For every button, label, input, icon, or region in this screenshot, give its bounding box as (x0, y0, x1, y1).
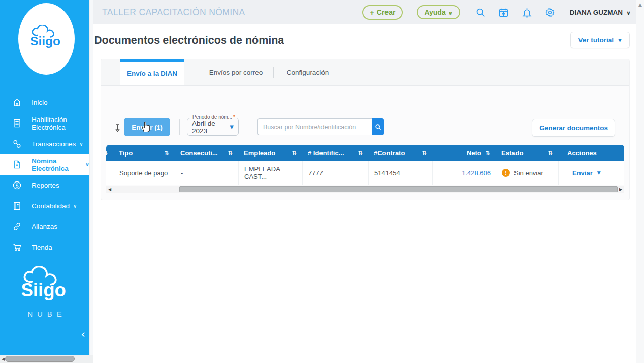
cell-tipo: Soporte de pago (114, 161, 175, 185)
sidebar-horizontal-scrollbar[interactable]: ◀ (0, 355, 93, 363)
gear-icon[interactable] (545, 7, 555, 18)
download-arrow-icon (115, 124, 122, 134)
row-send-button[interactable]: Enviar ▼ (564, 169, 601, 177)
scroll-up-icon[interactable]: ▲ (636, 2, 644, 7)
sidebar-item-label: Inicio (32, 99, 48, 106)
tab-envios-por-correo[interactable]: Envíos por correo (199, 59, 273, 85)
sidebar-item-label: Tienda (32, 244, 52, 251)
caret-down-icon: ▼ (230, 124, 234, 130)
bell-icon[interactable] (522, 7, 532, 18)
home-icon (12, 98, 22, 107)
cell-acciones: Enviar ▼ (559, 161, 624, 185)
payroll-documents-panel: Envío a la DIAN Envíos por correo Config… (101, 59, 630, 200)
sidebar-item-nomina-electronica[interactable]: Nómina Electrónica ∨ (0, 154, 89, 175)
generate-documents-button[interactable]: Generar documentos (532, 119, 615, 137)
column-header-identificacion[interactable]: # Identific...⇅ (303, 145, 369, 161)
main-area: TALLER CAPACITACIÓN NÓMINA + Crear Ayuda… (93, 0, 644, 363)
column-label: #Contrato (374, 149, 405, 157)
brand-logo: Siigo (18, 3, 75, 75)
period-selected-value: Abril de 2023 (192, 119, 230, 135)
column-header-neto[interactable]: Neto⇅ (433, 145, 496, 161)
sidebar-item-tienda[interactable]: Tienda (0, 237, 89, 258)
user-menu[interactable]: DIANA GUZMAN ∨ (570, 8, 631, 16)
cell-consecutivo: - (175, 161, 239, 185)
search-icon[interactable] (475, 7, 486, 18)
create-button[interactable]: + Crear (362, 5, 403, 20)
collapse-sidebar-icon[interactable]: ‹ (81, 329, 85, 340)
search-input[interactable] (257, 118, 372, 135)
cell-identificacion: 7777 (303, 161, 369, 185)
scroll-left-icon[interactable]: ◀ (106, 187, 113, 192)
column-label: # Identific... (308, 149, 344, 157)
column-label: Consecuti... (180, 149, 218, 157)
sidebar-item-label: Contabilidad (32, 202, 70, 210)
chevron-down-icon: ∨ (79, 141, 83, 147)
send-button[interactable]: Enviar (1) (124, 118, 170, 136)
view-tutorial-label: Ver tutorial (578, 36, 614, 44)
warning-icon: ! (502, 169, 510, 177)
documents-table: ⇅ Tipo⇅ Consecuti...⇅ Empleado⇅ # Identi… (106, 145, 624, 185)
scroll-right-icon[interactable]: ▶ (617, 187, 624, 192)
sidebar-item-label: Transacciones (32, 140, 76, 148)
help-button[interactable]: Ayuda ∨ (417, 5, 460, 19)
column-header-acciones[interactable]: Acciones (559, 145, 624, 161)
column-header-contrato[interactable]: #Contrato⇅ (369, 145, 433, 161)
scrollbar-thumb[interactable] (179, 186, 618, 192)
column-header-tipo[interactable]: Tipo⇅ (114, 145, 175, 161)
sort-icon[interactable]: ⇅ (548, 150, 553, 156)
sidebar-item-contabilidad[interactable]: Contabilidad ∨ (0, 196, 89, 216)
tab-envio-a-la-dian[interactable]: Envío a la DIAN (120, 59, 184, 85)
sort-icon[interactable]: ⇅ (106, 150, 108, 156)
search-icon (375, 124, 381, 130)
divider (179, 119, 180, 135)
column-header-consecutivo[interactable]: Consecuti...⇅ (175, 145, 239, 161)
sort-icon[interactable]: ⇅ (165, 150, 169, 156)
column-header-empleado[interactable]: Empleado⇅ (239, 145, 303, 161)
sort-icon[interactable]: ⇅ (228, 150, 233, 156)
payroll-file-icon (12, 160, 22, 169)
coin-dollar-icon (12, 180, 22, 190)
divider (563, 5, 563, 19)
scrollbar-thumb[interactable] (5, 356, 75, 362)
sidebar-item-habilitacion-electronica[interactable]: Habilitación Electrónica (0, 113, 89, 134)
search-submit-button[interactable] (372, 118, 384, 135)
period-select-label: Periodo de nóm...* (191, 114, 237, 120)
view-tutorial-button[interactable]: Ver tutorial ▼ (570, 32, 630, 48)
column-label: Empleado (244, 149, 275, 157)
clipped-column: ⇅ (106, 145, 114, 161)
create-button-label: Crear (377, 8, 396, 16)
sidebar-background: Siigo Inicio Habilitación Electrónica (0, 0, 89, 355)
caret-down-icon: ▼ (597, 170, 601, 175)
topbar: TALLER CAPACITACIÓN NÓMINA + Crear Ayuda… (93, 0, 644, 24)
sidebar-item-label: Habilitación Electrónica (32, 116, 89, 131)
sort-icon[interactable]: ⇅ (422, 150, 427, 156)
tab-configuracion[interactable]: Configuración (274, 59, 342, 85)
ledger-book-icon (12, 201, 22, 211)
page-vertical-scrollbar[interactable]: ▲ (636, 0, 644, 363)
sort-icon[interactable]: ⇅ (292, 150, 297, 156)
svg-text:Siigo: Siigo (21, 280, 66, 300)
sidebar-item-inicio[interactable]: Inicio (0, 92, 89, 113)
topbar-icons (475, 7, 555, 18)
sort-icon[interactable]: ⇅ (486, 150, 490, 156)
clipped-cell (106, 161, 114, 185)
sidebar-vertical-scrollbar[interactable] (89, 0, 93, 355)
sidebar-item-alianzas[interactable]: Alianzas (0, 216, 89, 237)
sidebar-item-transacciones[interactable]: Transacciones ∨ (0, 134, 89, 154)
row-send-label: Enviar (572, 169, 593, 177)
table-horizontal-scrollbar[interactable]: ◀ ▶ (106, 186, 624, 193)
table-row[interactable]: Soporte de pago - EMPLEADA CAST... 7777 … (106, 161, 624, 185)
payroll-period-select[interactable]: Periodo de nóm...* Abril de 2023 ▼ (187, 118, 239, 136)
sidebar-item-label: Nómina Electrónica (32, 157, 82, 172)
sidebar-item-label: Reportes (32, 182, 59, 189)
sidebar-item-reportes[interactable]: Reportes (0, 175, 89, 196)
sidebar-item-label: Alianzas (32, 223, 57, 230)
search-bar (257, 118, 384, 135)
column-header-estado[interactable]: Estado⇅ (496, 145, 559, 161)
siigo-cloud-logo-icon: Siigo (13, 266, 77, 309)
column-label: Tipo (119, 149, 133, 157)
plus-icon: + (370, 8, 374, 17)
column-label: Neto (467, 149, 481, 157)
calendar-icon[interactable] (498, 7, 509, 18)
sort-icon[interactable]: ⇅ (358, 150, 363, 156)
